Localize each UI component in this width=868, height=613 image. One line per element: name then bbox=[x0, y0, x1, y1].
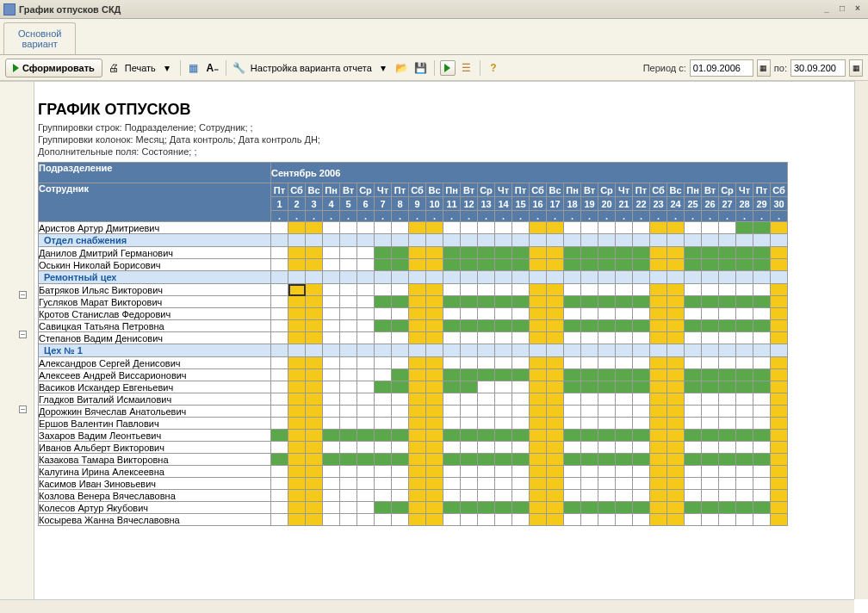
run-icon[interactable] bbox=[440, 60, 456, 76]
help-icon[interactable]: ? bbox=[486, 60, 501, 76]
employee-row[interactable]: Васиков Искандер Евгеньевич bbox=[39, 381, 788, 393]
report-area[interactable]: ––– ГРАФИК ОТПУСКОВ Группировки строк: П… bbox=[0, 81, 868, 613]
generate-label: Сформировать bbox=[22, 63, 95, 73]
separator bbox=[226, 60, 226, 76]
date-picker-from-button[interactable]: ▦ bbox=[757, 59, 771, 77]
vacation-schedule-table[interactable]: ПодразделениеСентябрь 2006СотрудникПтСбВ… bbox=[38, 162, 788, 526]
employee-row[interactable]: Данилов Дмитрий Германович bbox=[39, 247, 788, 259]
close-button[interactable]: × bbox=[851, 3, 865, 15]
report-sub3: Дополнительные поля: Состояние; ; bbox=[38, 146, 865, 157]
date-picker-to-button[interactable]: ▦ bbox=[849, 59, 863, 77]
employee-row[interactable]: Гладков Виталий Исмаилович bbox=[39, 393, 788, 406]
tab-strip: Основной вариант bbox=[0, 19, 868, 55]
employee-row[interactable]: Козлова Венера Вячеславовна bbox=[39, 490, 788, 502]
list-icon[interactable]: ☰ bbox=[459, 60, 474, 76]
window-title: График отпусков СКД bbox=[19, 4, 820, 15]
employee-row[interactable]: Гусляков Марат Викторович bbox=[39, 296, 788, 308]
employee-row[interactable]: Захаров Вадим Леонтьевич bbox=[39, 430, 788, 442]
settings-label[interactable]: Настройка варианта отчета bbox=[251, 63, 372, 73]
period-to-input[interactable] bbox=[790, 59, 846, 77]
period-to-label: по: bbox=[774, 63, 787, 73]
employee-row[interactable]: Колесов Артур Якубович bbox=[39, 502, 788, 514]
employee-row[interactable]: Косырева Жанна Вячеславовна bbox=[39, 514, 788, 526]
employee-row[interactable]: Калугина Ирина Алексеевна bbox=[39, 466, 788, 478]
print-icon[interactable]: 🖨 bbox=[106, 60, 121, 76]
minimize-button[interactable]: _ bbox=[820, 3, 834, 15]
employee-row[interactable]: Иванов Альберт Викторович bbox=[39, 442, 788, 454]
employee-row[interactable]: Александров Сергей Денисович bbox=[39, 357, 788, 369]
employee-row[interactable]: Оськин Николай Борисович bbox=[39, 259, 788, 271]
group-row[interactable]: Ремонтный цех bbox=[39, 271, 788, 284]
app-icon bbox=[3, 3, 16, 15]
wrench-icon[interactable]: 🔧 bbox=[232, 60, 247, 76]
titlebar: График отпусков СКД _ □ × bbox=[0, 0, 868, 19]
maximize-button[interactable]: □ bbox=[835, 3, 849, 15]
tab-main-variant[interactable]: Основной вариант bbox=[3, 22, 76, 54]
employee-row[interactable]: Ершов Валентин Павлович bbox=[39, 418, 788, 430]
print-label[interactable]: Печать bbox=[125, 63, 156, 73]
group-row[interactable]: Цех № 1 bbox=[39, 344, 788, 357]
employee-row[interactable]: Касимов Иван Зиновьевич bbox=[39, 478, 788, 490]
employee-row[interactable]: Дорожкин Вячеслав Анатольевич bbox=[39, 406, 788, 418]
generate-button[interactable]: Сформировать bbox=[5, 59, 102, 77]
dropdown-icon[interactable]: ▾ bbox=[375, 60, 391, 76]
employee-row[interactable]: Батряков Ильяс Викторович bbox=[39, 284, 788, 296]
report-sub2: Группировки колонок: Месяц; Дата контрол… bbox=[38, 134, 865, 145]
employee-row[interactable]: Кротов Станислав Федорович bbox=[39, 308, 788, 320]
separator bbox=[180, 60, 181, 76]
employee-row[interactable]: Степанов Вадим Денисович bbox=[39, 332, 788, 344]
report-title: ГРАФИК ОТПУСКОВ bbox=[38, 101, 865, 119]
play-icon bbox=[13, 64, 19, 72]
separator bbox=[480, 60, 480, 76]
period-from-label: Период с: bbox=[643, 63, 686, 73]
folder-open-icon[interactable]: 📂 bbox=[394, 60, 410, 76]
font-icon[interactable]: A₌ bbox=[205, 60, 220, 76]
table-icon[interactable]: ▦ bbox=[186, 60, 202, 76]
employee-row[interactable]: Савицкая Татьяна Петровна bbox=[39, 320, 788, 332]
horizontal-scrollbar[interactable] bbox=[0, 599, 854, 613]
period-from-input[interactable] bbox=[690, 59, 753, 77]
employee-row[interactable]: Казакова Тамара Викторовна bbox=[39, 454, 788, 466]
employee-row[interactable]: Аристов Артур Дмитриевич bbox=[39, 222, 788, 234]
report-sub1: Группировки строк: Подразделение; Сотруд… bbox=[38, 122, 865, 133]
toolbar: Сформировать 🖨 Печать ▾ ▦ A₌ 🔧 Настройка… bbox=[0, 55, 868, 81]
save-icon[interactable]: 💾 bbox=[413, 60, 429, 76]
employee-row[interactable]: Алексеев Андрей Виссарионович bbox=[39, 369, 788, 381]
dropdown-icon[interactable]: ▾ bbox=[159, 60, 175, 76]
separator bbox=[434, 60, 435, 76]
vertical-scrollbar[interactable] bbox=[854, 81, 868, 599]
group-row[interactable]: Отдел снабжения bbox=[39, 234, 788, 247]
